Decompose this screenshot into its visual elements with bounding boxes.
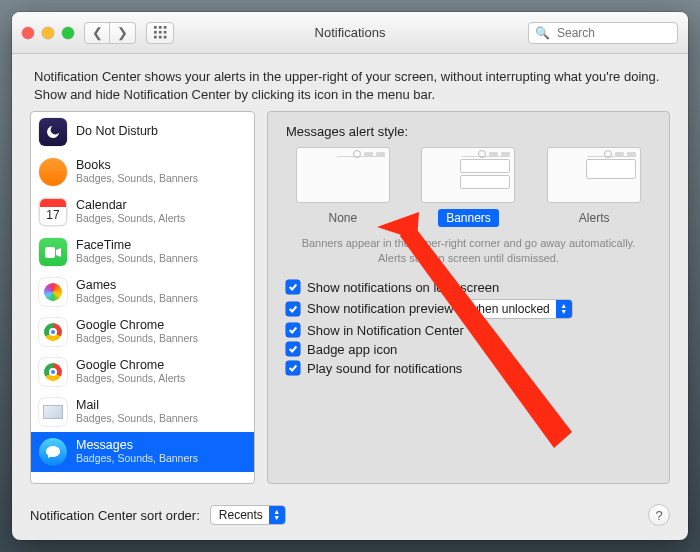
forward-button[interactable]: ❯ <box>110 22 136 44</box>
check-label: Badge app icon <box>307 342 397 357</box>
stepper-arrows-icon: ▲▼ <box>269 506 285 524</box>
select-value: when unlocked <box>470 302 550 316</box>
alert-style-label: None <box>320 209 365 227</box>
checkbox-icon <box>286 342 300 356</box>
sidebar-item-do-not-disturb[interactable]: Do Not Disturb <box>31 112 254 152</box>
sidebar-item-sub: Badges, Sounds, Banners <box>76 333 198 345</box>
show-all-button[interactable] <box>146 22 174 44</box>
checkbox-icon <box>286 280 300 294</box>
alert-style-options: None Banners Alerts <box>284 147 653 227</box>
search-input[interactable] <box>555 25 671 41</box>
svg-rect-1 <box>158 26 161 29</box>
alert-style-label: Alerts <box>571 209 618 227</box>
alert-preview-alerts <box>547 147 641 203</box>
sidebar-item-label: Messages <box>76 439 198 453</box>
settings-panel: Messages alert style: None Banners <box>267 111 670 484</box>
sidebar-item-sub: Badges, Sounds, Banners <box>76 173 198 185</box>
alert-style-banners[interactable]: Banners <box>421 147 515 227</box>
content-area: Do Not Disturb Books Badges, Sounds, Ban… <box>12 111 688 496</box>
sidebar-item-label: Google Chrome <box>76 319 198 333</box>
check-notification-center[interactable]: Show in Notification Center <box>286 323 655 338</box>
sort-order-label: Notification Center sort order: <box>30 508 200 523</box>
search-icon: 🔍 <box>535 26 550 40</box>
chrome-icon <box>39 358 67 386</box>
svg-rect-9 <box>45 247 55 258</box>
question-icon: ? <box>655 508 662 523</box>
sidebar-item-label: Google Chrome <box>76 359 185 373</box>
sidebar-item-facetime[interactable]: FaceTime Badges, Sounds, Banners <box>31 232 254 272</box>
sidebar-item-chrome-2[interactable]: Google Chrome Badges, Sounds, Alerts <box>31 352 254 392</box>
sort-order-select[interactable]: Recents ▲▼ <box>210 505 286 525</box>
app-list[interactable]: Do Not Disturb Books Badges, Sounds, Ban… <box>30 111 255 484</box>
sidebar-item-label: FaceTime <box>76 239 198 253</box>
svg-rect-3 <box>154 31 157 34</box>
checkbox-icon <box>286 361 300 375</box>
sidebar-item-chrome-1[interactable]: Google Chrome Badges, Sounds, Banners <box>31 312 254 352</box>
messages-icon <box>39 438 67 466</box>
intro-text: Notification Center shows your alerts in… <box>12 54 688 111</box>
alert-style-label: Banners <box>438 209 499 227</box>
check-label: Show in Notification Center <box>307 323 464 338</box>
check-sound[interactable]: Play sound for notifications <box>286 361 655 376</box>
sidebar-item-label: Mail <box>76 399 198 413</box>
sidebar-item-sub: Badges, Sounds, Banners <box>76 453 198 465</box>
svg-rect-5 <box>163 31 166 34</box>
check-badge[interactable]: Badge app icon <box>286 342 655 357</box>
svg-rect-7 <box>158 36 161 39</box>
books-icon <box>39 158 67 186</box>
alert-style-description: Banners appear in the upper-right corner… <box>292 236 645 266</box>
sidebar-item-label: Books <box>76 159 198 173</box>
nav-buttons: ❮ ❯ <box>84 22 136 44</box>
mail-icon <box>39 398 67 426</box>
checkbox-icon <box>286 302 300 316</box>
moon-icon <box>39 118 67 146</box>
search-field[interactable]: 🔍 <box>528 22 678 44</box>
sidebar-item-games[interactable]: Games Badges, Sounds, Banners <box>31 272 254 312</box>
preview-select[interactable]: when unlocked ▲▼ <box>461 299 573 319</box>
select-value: Recents <box>219 508 263 522</box>
alert-style-alerts[interactable]: Alerts <box>547 147 641 227</box>
alert-preview-none <box>296 147 390 203</box>
sidebar-item-label: Games <box>76 279 198 293</box>
calendar-icon: 17 <box>39 198 67 226</box>
stepper-arrows-icon: ▲▼ <box>556 300 572 318</box>
back-button[interactable]: ❮ <box>84 22 110 44</box>
alert-preview-banners <box>421 147 515 203</box>
sidebar-item-mail[interactable]: Mail Badges, Sounds, Banners <box>31 392 254 432</box>
sidebar-item-calendar[interactable]: 17 Calendar Badges, Sounds, Alerts <box>31 192 254 232</box>
grid-icon <box>154 26 167 39</box>
svg-rect-4 <box>158 31 161 34</box>
check-label: Show notifications on lock screen <box>307 280 499 295</box>
alert-style-heading: Messages alert style: <box>286 124 655 139</box>
titlebar: ❮ ❯ Notifications 🔍 <box>12 12 688 54</box>
window-controls <box>22 27 74 39</box>
close-icon[interactable] <box>22 27 34 39</box>
sidebar-item-sub: Badges, Sounds, Alerts <box>76 213 185 225</box>
sidebar-item-label: Do Not Disturb <box>76 125 158 139</box>
sidebar-item-books[interactable]: Books Badges, Sounds, Banners <box>31 152 254 192</box>
facetime-icon <box>39 238 67 266</box>
chrome-icon <box>39 318 67 346</box>
check-label: Play sound for notifications <box>307 361 462 376</box>
sidebar-item-sub: Badges, Sounds, Banners <box>76 253 198 265</box>
svg-rect-8 <box>163 36 166 39</box>
minimize-icon[interactable] <box>42 27 54 39</box>
check-preview[interactable]: Show notification preview when unlocked … <box>286 299 655 319</box>
sidebar-item-sub: Badges, Sounds, Alerts <box>76 373 185 385</box>
sidebar-item-messages[interactable]: Messages Badges, Sounds, Banners <box>31 432 254 472</box>
sidebar-item-label: Calendar <box>76 199 185 213</box>
svg-rect-0 <box>154 26 157 29</box>
games-icon <box>39 278 67 306</box>
checkbox-icon <box>286 323 300 337</box>
alert-style-none[interactable]: None <box>296 147 390 227</box>
zoom-icon[interactable] <box>62 27 74 39</box>
notification-checkboxes: Show notifications on lock screen Show n… <box>282 280 655 376</box>
help-button[interactable]: ? <box>648 504 670 526</box>
sidebar-item-sub: Badges, Sounds, Banners <box>76 413 198 425</box>
check-label: Show notification preview <box>307 301 454 316</box>
footer: Notification Center sort order: Recents … <box>12 496 688 540</box>
notifications-prefpane-window: ❮ ❯ Notifications 🔍 Notification Center … <box>12 12 688 540</box>
svg-rect-2 <box>163 26 166 29</box>
svg-rect-6 <box>154 36 157 39</box>
check-lock-screen[interactable]: Show notifications on lock screen <box>286 280 655 295</box>
